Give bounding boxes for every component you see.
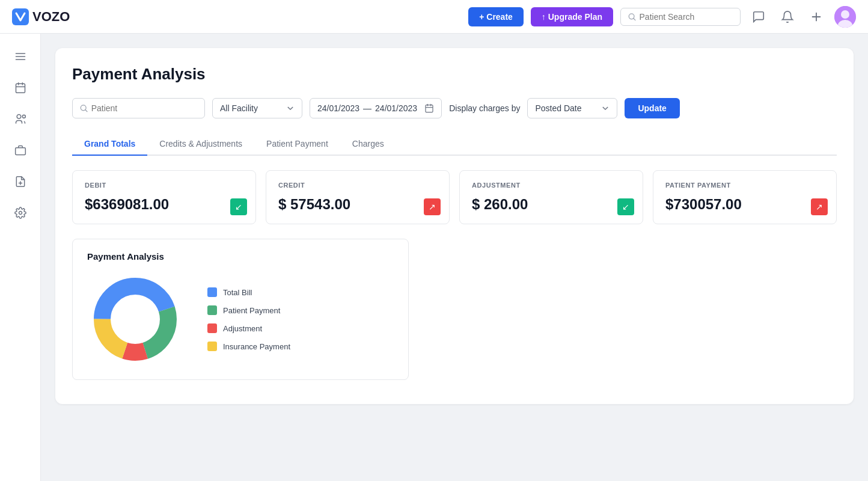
svg-point-20: [19, 212, 22, 215]
credit-label: CREDIT: [278, 182, 437, 189]
metric-credit: CREDIT $ 57543.00 ↗: [266, 170, 450, 224]
patient-search-box: [620, 8, 741, 26]
legend-item-adjustment: Adjustment: [207, 323, 290, 333]
legend-label-total-bill: Total Bill: [223, 288, 252, 297]
plus-icon: [810, 10, 823, 23]
credit-value: $ 57543.00: [278, 196, 437, 213]
patient-payment-value: $730057.00: [665, 196, 824, 213]
chart-title: Payment Analysis: [87, 251, 394, 262]
create-button[interactable]: + Create: [468, 7, 524, 26]
legend-item-patient-payment: Patient Payment: [207, 305, 290, 315]
donut-svg: [87, 271, 183, 367]
legend-dot-patient-payment: [207, 305, 217, 315]
svg-point-16: [22, 115, 25, 118]
bell-icon: [781, 10, 794, 23]
legend-label-adjustment: Adjustment: [223, 324, 262, 333]
debit-icon: ↙: [230, 198, 247, 215]
date-separator: —: [363, 103, 371, 113]
add-icon-button[interactable]: [805, 6, 827, 28]
facility-select[interactable]: All Facility: [212, 98, 302, 118]
update-button[interactable]: Update: [625, 98, 679, 118]
date-range-picker[interactable]: 24/01/2023 — 24/01/2023: [310, 98, 442, 118]
sidebar-item-briefcase[interactable]: [7, 137, 34, 164]
svg-rect-17: [15, 148, 25, 155]
tabs-bar: Grand Totals Credits & Adjustments Patie…: [72, 133, 837, 156]
chat-icon: [752, 10, 765, 23]
donut-chart: [87, 271, 183, 367]
chart-content: Total Bill Patient Payment Adjustment In…: [87, 271, 394, 367]
tab-patient-payment[interactable]: Patient Payment: [254, 133, 340, 156]
bell-icon-button[interactable]: [777, 6, 798, 28]
posted-date-label: Posted Date: [535, 103, 598, 113]
tab-grand-totals[interactable]: Grand Totals: [72, 133, 147, 156]
search-icon: [628, 13, 636, 21]
metric-debit: DEBIT $6369081.00 ↙: [72, 170, 256, 224]
sidebar-item-patients[interactable]: [7, 106, 34, 132]
adjustment-value: $ 260.00: [472, 196, 631, 213]
avatar-image: [834, 6, 856, 28]
date-from: 24/01/2023: [317, 103, 359, 113]
upgrade-button[interactable]: ↑ Upgrade Plan: [531, 7, 613, 26]
patient-search-icon: [80, 104, 88, 112]
patient-filter: [72, 98, 205, 118]
logo-text: VOZO: [32, 9, 70, 25]
metric-patient-payment: PATIENT PAYMENT $730057.00 ↗: [653, 170, 837, 224]
sidebar: [0, 34, 41, 481]
menu-icon: [14, 51, 26, 63]
logo: VOZO: [12, 8, 70, 25]
svg-line-22: [85, 110, 87, 112]
metrics-row: DEBIT $6369081.00 ↙ CREDIT $ 57543.00 ↗ …: [72, 170, 837, 224]
chart-legend: Total Bill Patient Payment Adjustment In…: [207, 287, 290, 351]
legend-label-insurance-payment: Insurance Payment: [223, 342, 290, 351]
svg-point-6: [841, 10, 849, 19]
display-charges-label: Display charges by: [449, 103, 520, 113]
calendar-filter-icon: [424, 103, 434, 113]
chevron-down-icon: [286, 104, 295, 112]
briefcase-icon: [14, 144, 26, 156]
svg-rect-0: [12, 8, 29, 25]
svg-line-2: [634, 18, 635, 20]
legend-item-total-bill: Total Bill: [207, 287, 290, 297]
debit-label: DEBIT: [85, 182, 243, 189]
adjustment-label: ADJUSTMENT: [472, 182, 631, 189]
svg-rect-23: [426, 105, 433, 112]
sidebar-item-calendar[interactable]: [7, 75, 34, 101]
tab-credits-adjustments[interactable]: Credits & Adjustments: [147, 133, 254, 156]
calendar-icon: [14, 82, 26, 94]
content-card: Payment Analysis All Facility 24/01/2023…: [55, 48, 854, 404]
patient-search-input[interactable]: [640, 12, 733, 22]
legend-dot-adjustment: [207, 323, 217, 333]
logo-icon: [12, 8, 29, 25]
tab-charges[interactable]: Charges: [340, 133, 396, 156]
chart-card: Payment Analysis: [72, 239, 409, 380]
user-avatar[interactable]: [834, 6, 856, 28]
adjustment-icon: ↙: [617, 198, 634, 215]
page-title: Payment Analysis: [72, 65, 837, 84]
metric-adjustment: ADJUSTMENT $ 260.00 ↙: [459, 170, 643, 224]
topnav: VOZO + Create ↑ Upgrade Plan: [0, 0, 868, 34]
chat-icon-button[interactable]: [748, 6, 769, 28]
legend-label-patient-payment: Patient Payment: [223, 306, 280, 315]
patient-payment-icon: ↗: [811, 198, 828, 215]
add-document-icon: [14, 176, 26, 188]
debit-value: $6369081.00: [85, 196, 243, 213]
sidebar-item-settings[interactable]: [7, 200, 34, 226]
svg-point-15: [17, 115, 21, 119]
patients-icon: [14, 113, 26, 125]
legend-item-insurance-payment: Insurance Payment: [207, 342, 290, 351]
settings-icon: [14, 207, 26, 219]
sidebar-item-menu[interactable]: [7, 43, 34, 70]
legend-dot-insurance-payment: [207, 342, 217, 351]
chevron-down-icon-2: [601, 104, 610, 112]
posted-date-select[interactable]: Posted Date: [527, 98, 617, 118]
patient-input[interactable]: [91, 103, 197, 113]
credit-icon: ↗: [424, 198, 441, 215]
filters-bar: All Facility 24/01/2023 — 24/01/2023 Dis…: [72, 98, 837, 118]
patient-payment-label: PATIENT PAYMENT: [665, 182, 824, 189]
main-content: Payment Analysis All Facility 24/01/2023…: [41, 34, 868, 481]
svg-rect-11: [16, 84, 25, 93]
sidebar-item-add-document[interactable]: [7, 168, 34, 195]
facility-label: All Facility: [220, 103, 283, 113]
legend-dot-total-bill: [207, 287, 217, 297]
date-to: 24/01/2023: [375, 103, 417, 113]
